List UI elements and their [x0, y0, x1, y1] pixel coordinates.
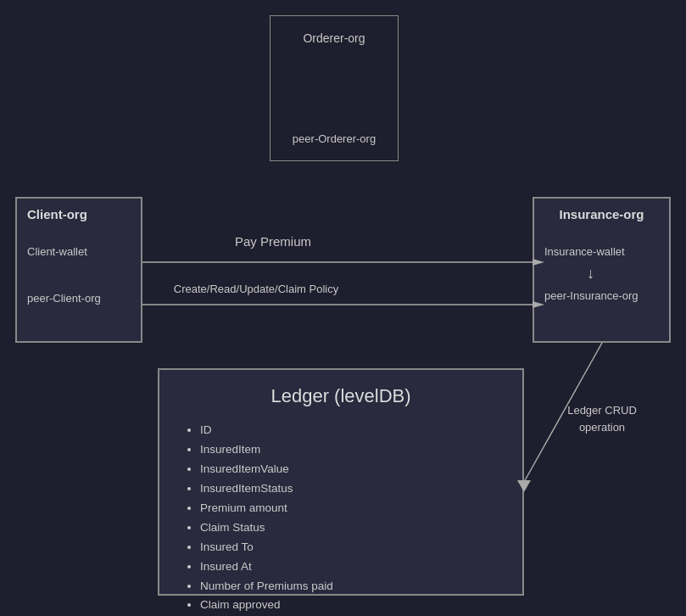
- insurance-org-box: Insurance-org Insurance-wallet ↓ peer-In…: [533, 197, 671, 343]
- ledger-list-item: Claim Status: [200, 518, 502, 538]
- ledger-list: IDInsuredItemInsuredItemValueInsuredItem…: [180, 421, 502, 615]
- ledger-list-item: Premium amount: [200, 499, 502, 518]
- client-title: Client-org: [27, 207, 131, 221]
- insurance-peer: peer-Insurance-org: [544, 289, 639, 302]
- ledger-list-item: Insured To: [200, 538, 502, 557]
- client-wallet: Client-wallet: [27, 245, 131, 258]
- insurance-title: Insurance-org: [559, 207, 644, 221]
- ledger-list-item: InsuredItem: [200, 440, 502, 460]
- ledger-list-item: Number of Premiums paid: [200, 577, 502, 596]
- ledger-title: Ledger (levelDB): [180, 385, 502, 407]
- pay-premium-label: Pay Premium: [188, 234, 358, 249]
- ledger-list-item: Claim approved: [200, 596, 502, 615]
- ledger-list-item: ID: [200, 421, 502, 440]
- ledger-crud-label: Ledger CRUDoperation: [551, 402, 653, 435]
- crud-policy-label: Create/Read/Update/Claim Policy: [163, 283, 349, 295]
- client-peer: peer-Client-org: [27, 292, 131, 305]
- client-org-box: Client-org Client-wallet peer-Client-org: [15, 197, 142, 343]
- orderer-peer: peer-Orderer-org: [293, 132, 376, 145]
- ledger-list-item: Insured At: [200, 557, 502, 577]
- ledger-list-item: InsuredItemValue: [200, 460, 502, 479]
- insurance-wallet: Insurance-wallet: [544, 245, 625, 258]
- down-arrow-icon: ↓: [587, 265, 594, 283]
- ledger-list-item: InsuredItemStatus: [200, 479, 502, 499]
- ledger-box: Ledger (levelDB) IDInsuredItemInsuredIte…: [158, 368, 524, 596]
- orderer-title: Orderer-org: [303, 31, 365, 45]
- orderer-org-box: Orderer-org peer-Orderer-org: [270, 15, 399, 161]
